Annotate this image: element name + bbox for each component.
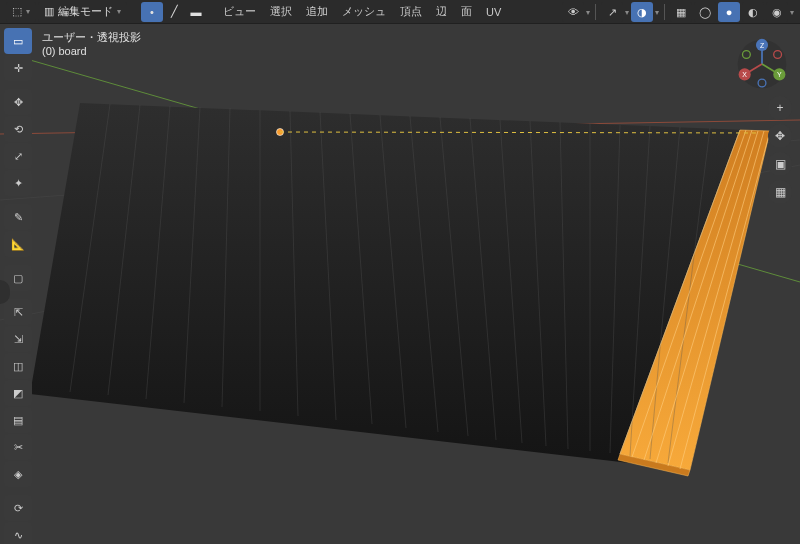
mode-dropdown[interactable]: ▥ 編集モード ▾	[38, 2, 127, 22]
mode-label: 編集モード	[58, 4, 113, 19]
editor-type-icon: ⬚	[12, 5, 22, 18]
select-box-tool[interactable]: ▭	[4, 28, 32, 54]
chevron-down-icon: ▾	[586, 8, 590, 17]
extrude-manifold-tool[interactable]: ⇲	[4, 326, 32, 352]
menu-view[interactable]: ビュー	[217, 2, 262, 21]
cursor-tool[interactable]: ✛	[4, 55, 32, 81]
move-tool[interactable]: ✥	[4, 89, 32, 115]
extrude-region-tool[interactable]: ⇱	[4, 299, 32, 325]
perspective-toggle-button[interactable]: ▦	[768, 180, 792, 204]
inset-faces-tool[interactable]: ◫	[4, 353, 32, 379]
overlays-toggle[interactable]: ◑	[631, 2, 653, 22]
menu-face[interactable]: 面	[455, 2, 478, 21]
transform-tool[interactable]: ✦	[4, 170, 32, 196]
poly-build-tool[interactable]: ◈	[4, 461, 32, 487]
chevron-down-icon: ▾	[655, 8, 659, 17]
chevron-down-icon: ▾	[625, 8, 629, 17]
gizmo-y-label: Y	[777, 71, 782, 78]
viewport-nav-controls: + ✥ ▣ ▦	[768, 96, 792, 204]
select-mode-vertex[interactable]: •	[141, 2, 163, 22]
shading-material[interactable]: ◐	[742, 2, 764, 22]
menu-add[interactable]: 追加	[300, 2, 334, 21]
header-bar: ⬚ ▾ ▥ 編集モード ▾ • ╱ ▬ ビュー 選択 追加 メッシュ 頂点 辺 …	[0, 0, 800, 24]
shading-solid[interactable]: ●	[718, 2, 740, 22]
chevron-down-icon: ▾	[790, 8, 794, 17]
menu-uv[interactable]: UV	[480, 4, 507, 20]
editor-type-dropdown[interactable]: ⬚ ▾	[6, 2, 36, 22]
select-mode-buttons: • ╱ ▬	[141, 2, 207, 22]
menu-edge[interactable]: 辺	[430, 2, 453, 21]
menu-select[interactable]: 選択	[264, 2, 298, 21]
chevron-down-icon: ▾	[117, 7, 121, 16]
knife-tool[interactable]: ✂	[4, 434, 32, 460]
header-right: 👁 ▾ ↗ ▾ ◑ ▾ ▦ ◯ ● ◐ ◉ ▾	[562, 0, 794, 24]
annotate-tool[interactable]: ✎	[4, 204, 32, 230]
edit-mode-icon: ▥	[44, 5, 54, 18]
shading-rendered[interactable]: ◉	[766, 2, 788, 22]
select-mode-face[interactable]: ▬	[185, 2, 207, 22]
xray-toggle[interactable]: ▦	[670, 2, 692, 22]
selectability-toggle[interactable]: 👁	[562, 2, 584, 22]
bevel-tool[interactable]: ◩	[4, 380, 32, 406]
select-mode-edge[interactable]: ╱	[163, 2, 185, 22]
menu-mesh[interactable]: メッシュ	[336, 2, 392, 21]
shading-wireframe[interactable]: ◯	[694, 2, 716, 22]
menu-vertex[interactable]: 頂点	[394, 2, 428, 21]
viewport-3d[interactable]	[0, 0, 800, 544]
chevron-down-icon: ▾	[26, 7, 30, 16]
pan-button[interactable]: ✥	[768, 124, 792, 148]
orientation-gizmo[interactable]: Z X Y	[736, 38, 788, 90]
gizmo-toggle[interactable]: ↗	[601, 2, 623, 22]
spin-tool[interactable]: ⟳	[4, 495, 32, 521]
smooth-tool[interactable]: ∿	[4, 522, 32, 544]
scale-tool[interactable]: ⤢	[4, 143, 32, 169]
gizmo-x-label: X	[742, 71, 747, 78]
rotate-tool[interactable]: ⟲	[4, 116, 32, 142]
zoom-button[interactable]: +	[768, 96, 792, 120]
measure-tool[interactable]: 📐	[4, 231, 32, 257]
camera-view-button[interactable]: ▣	[768, 152, 792, 176]
loop-cut-tool[interactable]: ▤	[4, 407, 32, 433]
